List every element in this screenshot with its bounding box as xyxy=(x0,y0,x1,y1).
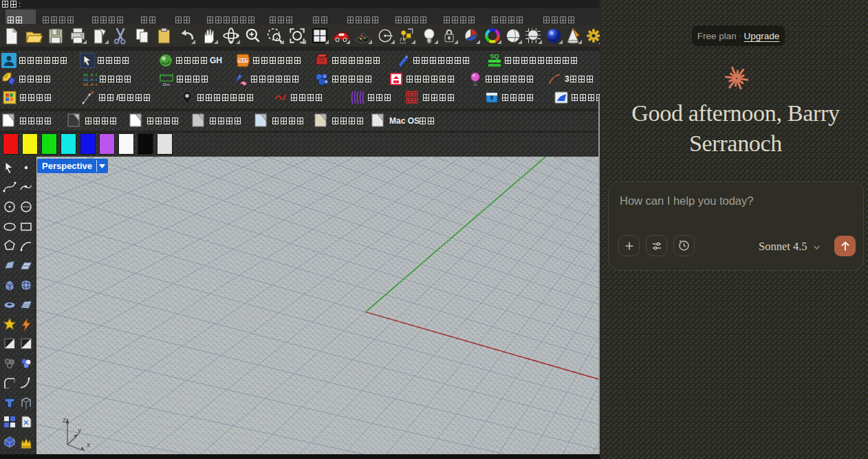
svg-text:02.A-02: 02.A-02 xyxy=(83,78,97,82)
svg-text:TEXT: TEXT xyxy=(238,58,248,63)
svg-text:03.A-03: 03.A-03 xyxy=(83,82,97,87)
svg-text:y: y xyxy=(77,427,82,434)
svg-text:Dim: Dim xyxy=(163,82,171,87)
svg-text:SQ: SQ xyxy=(490,53,499,60)
svg-text:x: x xyxy=(86,441,91,449)
svg-text:01.A-01: 01.A-01 xyxy=(83,73,97,78)
svg-text:z: z xyxy=(62,416,66,424)
